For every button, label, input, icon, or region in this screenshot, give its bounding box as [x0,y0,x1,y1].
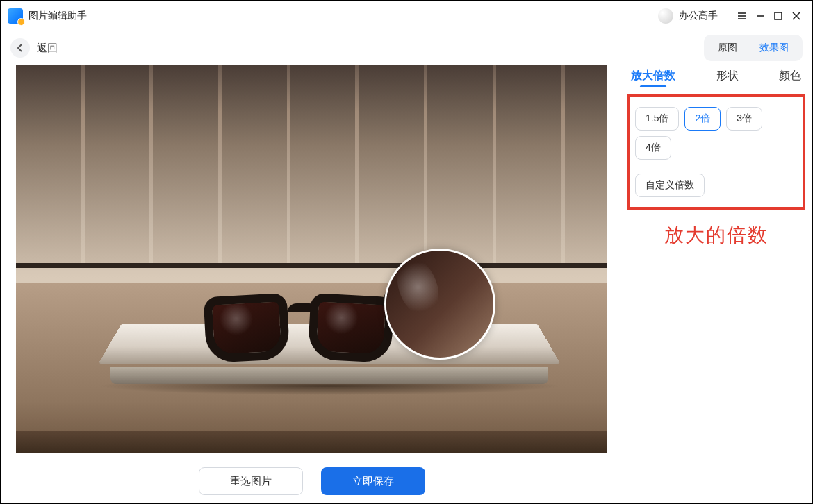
zoom-4x-button[interactable]: 4倍 [635,136,671,160]
zoom-custom-button[interactable]: 自定义倍数 [635,174,705,197]
tab-zoom[interactable]: 放大倍数 [631,69,675,87]
image-canvas[interactable] [1,65,623,459]
menu-icon[interactable] [733,7,751,25]
reselect-image-button[interactable]: 重选图片 [199,467,303,495]
zoom-1-5x-button[interactable]: 1.5倍 [635,107,679,131]
maximize-icon[interactable] [769,7,787,25]
title-bar: 图片编辑助手 办公高手 [1,1,812,31]
tab-color[interactable]: 颜色 [779,69,801,87]
app-icon [8,8,23,24]
user-name: 办公高手 [679,10,718,22]
view-effect-button[interactable]: 效果图 [748,37,800,58]
zoom-2x-button[interactable]: 2倍 [684,107,721,131]
zoom-3x-button[interactable]: 3倍 [726,107,762,131]
minimize-icon[interactable] [751,7,769,25]
app-title: 图片编辑助手 [28,10,87,22]
view-toggle: 原图 效果图 [704,35,803,61]
edited-image [16,65,607,453]
magnifier-lens[interactable] [384,249,495,360]
svg-rect-4 [775,12,782,19]
back-label: 返回 [37,42,58,55]
view-original-button[interactable]: 原图 [707,37,748,58]
sunglasses-graphic [205,283,413,380]
settings-panel: 放大倍数 形状 颜色 1.5倍 2倍 3倍 4倍 自定义倍数 放大的倍数 [623,65,812,503]
sub-bar: 返回 原图 效果图 [1,31,812,65]
tab-shape[interactable]: 形状 [716,69,739,87]
annotation-label: 放大的倍数 [627,222,805,249]
back-button[interactable] [10,38,30,58]
save-button[interactable]: 立即保存 [321,467,425,495]
annotation-box: 1.5倍 2倍 3倍 4倍 自定义倍数 [627,94,805,210]
avatar[interactable] [658,8,673,24]
close-icon[interactable] [787,7,805,25]
